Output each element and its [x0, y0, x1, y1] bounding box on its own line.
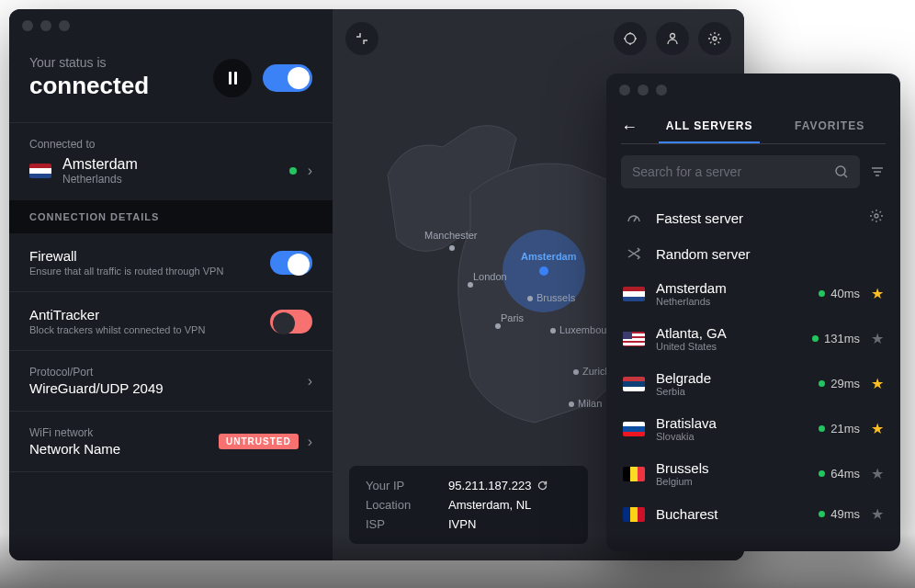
location-value: Amsterdam, NL [448, 498, 531, 512]
close-window-icon[interactable] [619, 85, 630, 96]
favorite-star-icon[interactable]: ★ [871, 465, 884, 482]
svg-point-17 [569, 401, 574, 407]
server-item[interactable]: Bucharest 49ms ★ [606, 496, 900, 532]
antitracker-row: AntiTracker Block trackers whilst connec… [9, 292, 333, 351]
minimize-window-icon[interactable] [40, 20, 51, 31]
svg-point-7 [468, 282, 473, 288]
ip-value: 95.211.187.223 [448, 479, 531, 492]
settings-icon[interactable] [698, 22, 731, 55]
svg-point-15 [573, 369, 579, 375]
chevron-right-icon: › [308, 163, 312, 179]
connection-toggle[interactable] [263, 64, 312, 92]
server-country: Serbia [656, 386, 808, 397]
server-list: Fastest server Random server Amsterdam N… [606, 199, 900, 551]
search-icon [834, 164, 849, 179]
antitracker-toggle[interactable] [270, 310, 312, 334]
firewall-title: Firewall [29, 248, 270, 264]
flag-icon [623, 507, 645, 522]
favorite-star-icon[interactable]: ★ [871, 420, 884, 437]
refresh-icon[interactable] [537, 480, 548, 492]
map-label-amsterdam: Amsterdam [521, 251, 577, 262]
favorite-star-icon[interactable]: ★ [871, 285, 884, 302]
connection-details-header: CONNECTION DETAILS [9, 200, 333, 233]
flag-icon [29, 164, 51, 178]
svg-point-5 [449, 245, 455, 251]
server-city: Bucharest [656, 506, 808, 522]
fastest-label: Fastest server [656, 210, 858, 226]
tab-all-servers[interactable]: ALL SERVERS [659, 110, 761, 143]
favorite-star-icon[interactable]: ★ [871, 330, 884, 347]
svg-point-2 [713, 37, 717, 40]
ip-panel: Your IP 95.211.187.223 Location Amsterda… [349, 466, 588, 544]
server-item[interactable]: Brussels Belgium 64ms ★ [606, 451, 900, 496]
svg-point-19 [836, 166, 845, 175]
server-ping: 21ms [819, 422, 860, 435]
location-icon[interactable] [614, 22, 647, 55]
server-item[interactable]: Amsterdam Netherlands 40ms ★ [606, 271, 900, 316]
account-icon[interactable] [656, 22, 689, 55]
favorite-star-icon[interactable]: ★ [871, 375, 884, 392]
server-window: ← ALL SERVERS FAVORITES Fastest server [606, 74, 900, 551]
firewall-toggle[interactable] [270, 251, 312, 275]
gauge-icon [623, 209, 645, 226]
maximize-window-icon[interactable] [59, 20, 70, 31]
server-country: Slovakia [656, 431, 808, 442]
server-item[interactable]: Belgrade Serbia 29ms ★ [606, 361, 900, 406]
server-ping: 49ms [819, 507, 860, 521]
protocol-value: WireGuard/UDP 2049 [29, 380, 308, 396]
shuffle-icon [623, 245, 645, 262]
search-input[interactable] [632, 164, 827, 179]
svg-text:London: London [473, 271, 507, 282]
server-item[interactable]: Bratislava Slovakia 21ms ★ [606, 406, 900, 451]
sidebar: Your status is connected Connected to Am… [9, 9, 333, 560]
flag-icon [623, 332, 645, 346]
server-ping: 131ms [812, 332, 860, 345]
fastest-server-item[interactable]: Fastest server [606, 199, 900, 236]
flag-icon [623, 422, 645, 436]
svg-text:Milan: Milan [578, 398, 602, 409]
svg-point-0 [626, 34, 636, 44]
favorite-star-icon[interactable]: ★ [871, 505, 884, 523]
svg-point-4 [539, 266, 548, 276]
window-controls [619, 85, 667, 96]
filter-icon[interactable] [869, 164, 886, 180]
gear-icon[interactable] [869, 209, 884, 227]
pause-button[interactable] [213, 59, 252, 97]
location-label: Location [366, 498, 430, 512]
status-label: Your status is [29, 55, 149, 70]
close-window-icon[interactable] [22, 20, 33, 31]
random-label: Random server [656, 246, 884, 262]
svg-text:Manchester: Manchester [424, 230, 478, 241]
minimize-window-icon[interactable] [638, 85, 649, 96]
server-ping: 40ms [819, 287, 860, 300]
connected-to-label: Connected to [29, 138, 312, 151]
ip-label: Your IP [366, 479, 430, 492]
untrusted-badge: UNTRUSTED [219, 434, 299, 449]
protocol-row[interactable]: Protocol/Port WireGuard/UDP 2049 › [9, 351, 333, 412]
back-button[interactable]: ← [621, 118, 638, 137]
wifi-row[interactable]: WiFi network Network Name UNTRUSTED › [9, 412, 333, 472]
svg-point-13 [550, 328, 556, 334]
server-ping: 64ms [819, 467, 860, 481]
firewall-desc: Ensure that all traffic is routed throug… [29, 266, 270, 277]
server-city: Brussels [656, 460, 808, 476]
chevron-right-icon: › [308, 373, 312, 390]
tab-favorites[interactable]: FAVORITES [787, 110, 872, 143]
protocol-label: Protocol/Port [29, 366, 308, 379]
random-server-item[interactable]: Random server [606, 236, 900, 271]
status-dot-icon [289, 167, 297, 175]
server-country: Netherlands [656, 296, 808, 307]
flag-icon [623, 467, 645, 481]
server-country: United States [656, 341, 801, 352]
server-item[interactable]: Atlanta, GA United States 131ms ★ [606, 316, 900, 361]
collapse-icon[interactable] [345, 22, 378, 55]
svg-point-9 [527, 296, 533, 301]
maximize-window-icon[interactable] [656, 85, 667, 96]
isp-value: IVPN [448, 517, 476, 531]
antitracker-title: AntiTracker [29, 307, 270, 322]
connected-to-section[interactable]: Connected to Amsterdam Netherlands › [9, 122, 333, 200]
connection-country: Netherlands [62, 173, 278, 186]
firewall-row: Firewall Ensure that all traffic is rout… [9, 233, 333, 292]
window-controls [22, 20, 70, 31]
search-box[interactable] [621, 155, 860, 188]
